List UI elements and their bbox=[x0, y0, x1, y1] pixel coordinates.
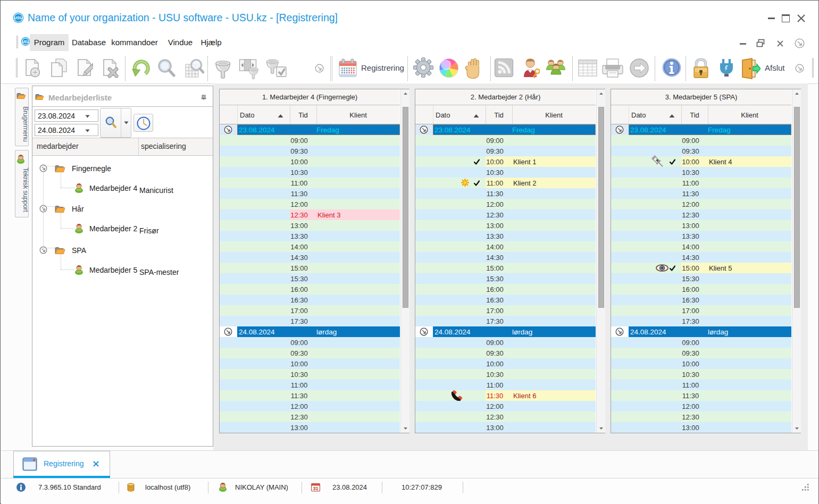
svg-text:USU: USU bbox=[14, 15, 23, 20]
svg-text:USU: USU bbox=[22, 40, 29, 44]
svg-text:31: 31 bbox=[313, 486, 318, 491]
